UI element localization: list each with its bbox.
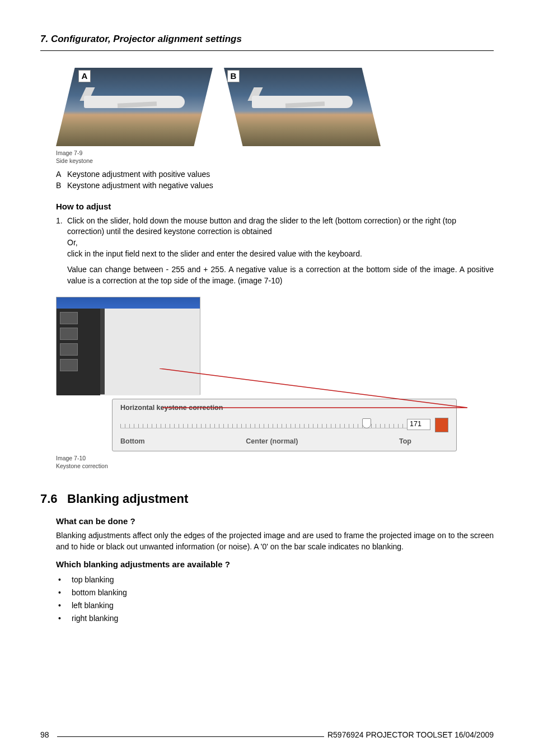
slider-label-center: Center (normal) (246, 437, 298, 445)
page-header: 7. Configurator, Projector alignment set… (40, 34, 494, 51)
list-item: top blanking (56, 573, 494, 586)
image-a-label: A (78, 70, 91, 82)
list-item: bottom blanking (56, 586, 494, 599)
image-a: A (56, 68, 213, 146)
image-b-label: B (227, 70, 240, 82)
section-7-6-heading: 7.6Blanking adjustment (40, 492, 494, 506)
value-range-para: Value can change between - 255 and + 255… (40, 264, 494, 287)
figure-7-10: Horizontal keystone correction 171 Botto… (40, 297, 494, 469)
color-swatch[interactable] (435, 418, 448, 432)
step-1-text: Click on the slider, hold down the mouse… (67, 216, 456, 236)
which-blanking-heading: Which blanking adjustments are available… (40, 559, 494, 569)
images-row: A B (40, 68, 494, 146)
legend-a-key: A (56, 169, 67, 180)
step-1-alt: click in the input field next to the sli… (67, 249, 362, 258)
legend-list: AKeystone adjustment with positive value… (40, 169, 494, 192)
image-7-9-desc: Side keystone (40, 157, 494, 164)
list-item: left blanking (56, 599, 494, 612)
legend-b-key: B (56, 180, 67, 191)
what-can-be-done-heading: What can be done ? (40, 516, 494, 526)
blanking-list: top blanking bottom blanking left blanki… (40, 573, 494, 625)
steps: 1. Click on the slider, hold down the mo… (40, 216, 494, 260)
section-number: 7.6 (40, 492, 67, 506)
step-1-number: 1. (56, 216, 67, 260)
slider-label-top: Top (399, 437, 411, 445)
page-footer: 98 R5976924 PROJECTOR TOOLSET 16/04/2009 (40, 730, 494, 739)
step-1-or: Or, (67, 238, 78, 247)
blanking-description: Blanking adjustments affect only the edg… (40, 530, 494, 553)
callout-line (160, 368, 470, 409)
slider-value-input[interactable]: 171 (407, 419, 430, 430)
footer-text: R5976924 PROJECTOR TOOLSET 16/04/2009 (327, 730, 494, 739)
image-7-10-number: Image 7-10 (56, 455, 494, 461)
slider-label-bottom: Bottom (120, 437, 145, 445)
legend-b-text: Keystone adjustment with negative values (67, 181, 213, 190)
list-item: right blanking (56, 612, 494, 625)
section-title: Blanking adjustment (67, 492, 188, 506)
image-b: B (224, 68, 381, 146)
page-number: 98 (40, 730, 49, 739)
image-7-9-number: Image 7-9 (40, 150, 494, 156)
how-to-adjust-heading: How to adjust (40, 202, 494, 211)
image-7-10-desc: Keystone correction (56, 463, 494, 469)
legend-a-text: Keystone adjustment with positive values (67, 170, 210, 179)
slider-thumb[interactable] (362, 418, 371, 428)
